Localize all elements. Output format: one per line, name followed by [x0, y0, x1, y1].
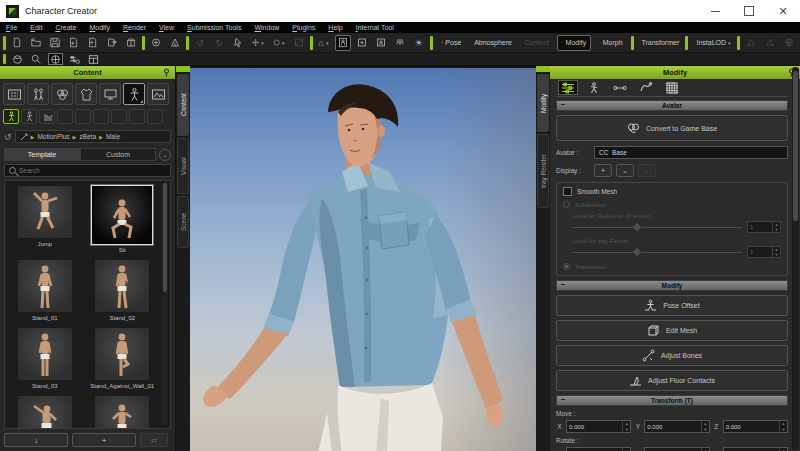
viewport-3d[interactable] — [190, 66, 536, 451]
menu-submission-tools[interactable]: Submission Tools — [187, 24, 241, 31]
tab-spring-icon[interactable] — [636, 80, 656, 95]
move-y-value[interactable] — [645, 421, 700, 432]
pack-project-button[interactable] — [123, 35, 139, 51]
dock-tab-scene[interactable]: Scene — [177, 196, 189, 248]
spin-down-icon[interactable]: ▼ — [773, 227, 780, 232]
export-file-button[interactable] — [104, 35, 120, 51]
level-realtime-slider[interactable] — [573, 223, 742, 232]
cloth-category-icon[interactable] — [75, 83, 97, 105]
modify-button[interactable]: Modify — [557, 35, 591, 51]
atmosphere-button[interactable]: Atmosphere — [469, 35, 514, 51]
spin-down-icon[interactable]: ▼ — [773, 252, 780, 257]
dock-tab-content[interactable]: Content — [177, 74, 189, 136]
move-y-spinbox[interactable]: ▲▼ — [644, 420, 709, 433]
minimize-button[interactable] — [698, 0, 732, 22]
pose-button[interactable]: Pose — [436, 35, 467, 51]
character-view-button[interactable] — [335, 35, 351, 51]
menu-file[interactable]: File — [6, 24, 17, 31]
transformer-button[interactable]: Transformer — [637, 35, 682, 51]
instalod-button[interactable]: InstaLOD▾ — [691, 35, 734, 51]
edit-mesh-button[interactable]: Edit Mesh — [556, 320, 788, 341]
accessory-category-icon[interactable] — [99, 83, 121, 105]
rotate-tool[interactable]: ▾ — [270, 35, 288, 51]
morph-button[interactable]: Morph — [594, 35, 627, 51]
filter-slot-icon[interactable] — [147, 109, 163, 124]
lighting-button[interactable]: ☀ — [411, 35, 427, 51]
avatar-section-header[interactable]: − Avatar — [556, 100, 788, 111]
tab-motion-icon[interactable] — [584, 80, 604, 95]
dock-tab-modify[interactable]: Modify — [537, 74, 549, 132]
level-realtime-spinbox[interactable]: ▲▼ — [747, 221, 781, 233]
pose-offset-button[interactable]: Pose Offset — [556, 295, 788, 316]
load-to-scene-button[interactable]: ↓ — [4, 433, 68, 447]
add-content-button[interactable]: + — [72, 433, 136, 447]
calibrate-b-icon[interactable] — [762, 35, 778, 51]
rotate-z-spinbox[interactable]: ▲▼ — [723, 447, 788, 451]
open-project-button[interactable] — [28, 35, 44, 51]
close-button[interactable]: ✕ — [766, 0, 800, 22]
search-input[interactable] — [19, 167, 166, 174]
tessellation-radio[interactable] — [563, 263, 570, 270]
transform-section-header[interactable]: − Transform (T) — [556, 395, 788, 406]
tab-bone-icon[interactable] — [610, 80, 630, 95]
pose-mode-icon[interactable] — [48, 53, 63, 65]
redo-button[interactable]: ↻ — [211, 35, 227, 51]
breadcrumb-motionplus[interactable]: MotionPlus — [37, 133, 69, 140]
maximize-button[interactable] — [732, 0, 766, 22]
save-button[interactable] — [47, 35, 63, 51]
breadcrumb[interactable]: ▶ MotionPlus ▶ zBeta ▶ Male — [15, 130, 171, 143]
frame-all-button[interactable] — [354, 35, 370, 51]
level-realtime-value[interactable] — [748, 222, 772, 232]
menu-render[interactable]: Render — [123, 24, 146, 31]
collapse-chevron-icon[interactable]: ⌄ — [159, 149, 171, 161]
move-z-spinbox[interactable]: ▲▼ — [723, 420, 788, 433]
menu-create[interactable]: Create — [55, 24, 76, 31]
dock-tab-iray-render[interactable]: Iray Render — [537, 134, 549, 208]
menu-help[interactable]: Help — [328, 24, 342, 31]
refresh-icon[interactable]: ↺ — [4, 132, 12, 142]
inspect-character-icon[interactable] — [29, 53, 44, 65]
content-store-button[interactable] — [148, 35, 164, 51]
filter-pose-icon[interactable] — [21, 109, 37, 124]
level-render-slider[interactable] — [573, 248, 742, 257]
breadcrumb-zbeta[interactable]: zBeta — [79, 133, 96, 140]
share-upload-button[interactable] — [167, 35, 183, 51]
calibrate-a-icon[interactable] — [743, 35, 759, 51]
level-render-spinbox[interactable]: ▲▼ — [747, 246, 781, 258]
actor-category-icon[interactable] — [27, 83, 49, 105]
menu-edit[interactable]: Edit — [30, 24, 42, 31]
filter-full-body-icon[interactable] — [3, 109, 19, 124]
adjust-bones-button[interactable]: Adjust Bones — [556, 345, 788, 366]
modify-section-header[interactable]: − Modify — [556, 280, 788, 291]
filter-slot-icon[interactable] — [93, 109, 109, 124]
adjust-floor-contacts-button[interactable]: Adjust Floor Contacts — [556, 370, 788, 391]
convert-to-game-base-button[interactable]: Convert to Game Base — [556, 115, 788, 141]
menu-plugins[interactable]: Plugins — [292, 24, 315, 31]
level-render-value[interactable] — [748, 247, 772, 257]
rotate-y-spinbox[interactable]: ▲▼ — [644, 447, 709, 451]
preview-mode-icon[interactable] — [10, 53, 25, 65]
avatar-name-field[interactable] — [594, 146, 788, 159]
new-project-button[interactable] — [9, 35, 25, 51]
breadcrumb-male[interactable]: Male — [106, 133, 120, 140]
move-tool[interactable]: ▾ — [249, 35, 267, 51]
filter-hand-icon[interactable] — [39, 109, 55, 124]
tab-texture-icon[interactable] — [662, 80, 682, 95]
frame-selected-button[interactable] — [373, 35, 389, 51]
display-extra-button[interactable]: ⌄ — [638, 164, 656, 177]
thumbnail-stand-01[interactable]: Stand_01 — [9, 259, 81, 321]
thumbnail-stand-against-wall-01[interactable]: Stand_Against_Wall_01 — [87, 327, 159, 389]
home-camera-button[interactable]: ⌂▾ — [316, 35, 332, 51]
thumbnail-item[interactable] — [9, 395, 81, 429]
move-x-spinbox[interactable]: ▲▼ — [566, 420, 631, 433]
material-category-icon[interactable] — [51, 83, 73, 105]
thumbnail-jump[interactable]: Jump — [9, 185, 81, 253]
filter-slot-icon[interactable] — [75, 109, 91, 124]
tab-custom[interactable]: Custom — [80, 148, 156, 161]
pose-category-icon[interactable] — [123, 83, 145, 105]
menu-window[interactable]: Window — [254, 24, 279, 31]
menu-modify[interactable]: Modify — [89, 24, 110, 31]
thumbnail-stand-03[interactable]: Stand_03 — [9, 327, 81, 389]
display-add-button[interactable]: + — [594, 164, 612, 177]
thumbnail-stand-02[interactable]: Stand_02 — [87, 259, 159, 321]
